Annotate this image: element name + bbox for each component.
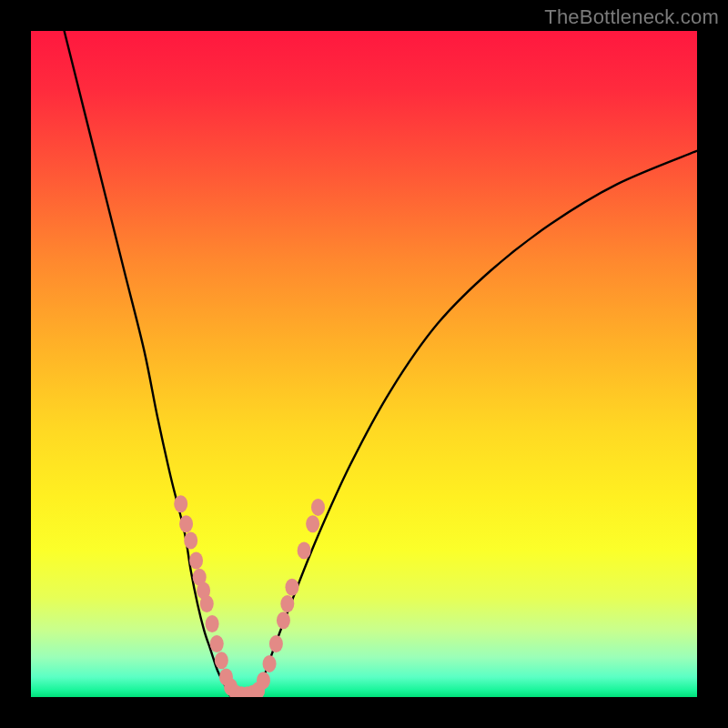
bead-marker (306, 515, 319, 532)
chart-svg (31, 31, 697, 697)
bead-marker (200, 595, 214, 612)
bead-marker (215, 652, 228, 669)
bead-marker (269, 635, 283, 652)
bead-marker (257, 672, 270, 689)
bead-marker (311, 499, 325, 516)
bead-marker (189, 551, 203, 569)
bead-marker (277, 612, 290, 629)
outer-frame: TheBottleneck.com (0, 0, 728, 728)
bead-marker (206, 615, 219, 632)
bead-marker (174, 495, 187, 512)
bead-marker (179, 515, 193, 532)
bead-marker (263, 655, 277, 672)
bead-marker (280, 595, 294, 612)
bead-marker (210, 635, 224, 652)
plot-area (31, 31, 697, 697)
bead-marker (285, 579, 298, 596)
curve-right-arm (258, 151, 697, 697)
bead-marker (298, 541, 311, 559)
watermark-text: TheBottleneck.com (544, 5, 719, 29)
bead-marker (184, 531, 197, 549)
